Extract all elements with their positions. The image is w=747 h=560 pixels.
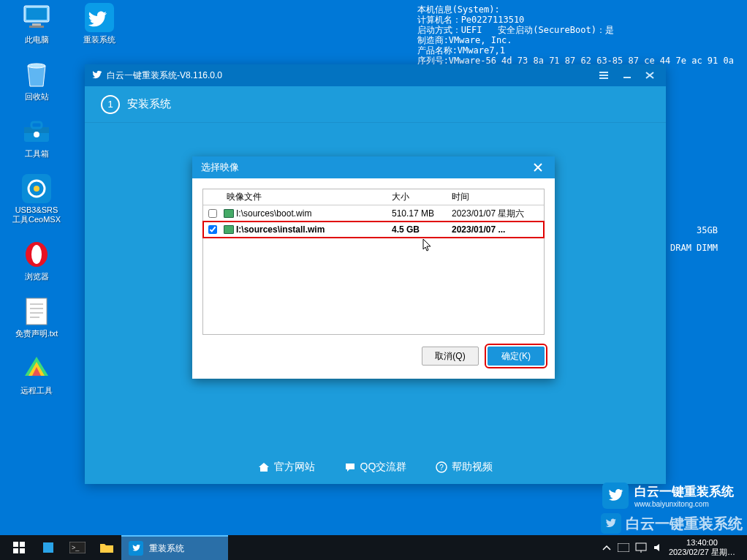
volume-icon[interactable]: [653, 542, 663, 553]
svg-rect-35: [13, 548, 18, 553]
bird-icon: [602, 483, 629, 509]
svg-text:?: ?: [440, 463, 444, 472]
gear-cube-icon: [41, 540, 56, 555]
svg-rect-8: [31, 122, 42, 128]
hw-info-dimm: n DRAM DIMM: [660, 243, 718, 253]
hw-info-size: 35GB: [697, 225, 718, 235]
opera-icon: [22, 240, 51, 269]
wim-file-icon: [224, 225, 234, 234]
windows-icon: [13, 542, 25, 553]
remote-tool-icon: [22, 354, 51, 383]
desktop-icon-browser[interactable]: 浏览器: [10, 240, 63, 282]
txt-file-icon: [22, 297, 51, 326]
svg-rect-15: [26, 298, 47, 325]
step-label: 安装系统: [127, 97, 171, 111]
taskbar-item-cmd[interactable]: >_: [63, 535, 92, 560]
col-header-time: 时间: [452, 191, 544, 203]
table-row[interactable]: I:\sources\install.wim 4.5 GB 2023/01/07…: [203, 222, 544, 238]
row-checkbox[interactable]: [208, 209, 217, 218]
taskbar[interactable]: >_ 重装系统 13:40:00 2023/02/27 星期…: [0, 535, 747, 560]
desktop-label: 工具箱: [25, 148, 49, 159]
desktop-icon-usb3[interactable]: USB3&SRS 工具CeoMSX: [10, 174, 63, 225]
bird-app-icon: [85, 3, 114, 32]
desktop-icon-recycle[interactable]: 回收站: [10, 60, 63, 102]
desktop-icon-this-pc[interactable]: 此电脑: [10, 3, 63, 45]
network-icon[interactable]: [635, 542, 647, 553]
desktop-icon-toolbox[interactable]: 工具箱: [10, 117, 63, 159]
minimize-icon[interactable]: [617, 67, 637, 84]
desktop-label: USB3&SRS 工具CeoMSX: [12, 205, 61, 225]
footer-link-help[interactable]: ?帮助视频: [436, 461, 493, 474]
svg-rect-3: [29, 26, 44, 28]
close-icon[interactable]: [530, 159, 546, 175]
svg-point-14: [31, 245, 42, 264]
desktop-label: 浏览器: [25, 271, 49, 282]
select-image-dialog: 选择映像 映像文件 大小 时间 I:\sources\boot.wim 510.…: [192, 156, 555, 379]
close-icon[interactable]: [640, 67, 660, 84]
window-titlebar[interactable]: 白云一键重装系统-V8.116.0.0: [85, 64, 666, 86]
brand-badge: 白云一键重装系统 www.baiyunxitong.com: [602, 483, 734, 509]
file-table: 映像文件 大小 时间 I:\sources\boot.wim 510.17 MB…: [202, 189, 545, 335]
desktop-label: 免责声明.txt: [15, 328, 58, 339]
tray-chevron-up-icon[interactable]: [602, 544, 612, 551]
desktop-label: 重装系统: [83, 34, 115, 45]
taskbar-item-explorer[interactable]: [92, 535, 121, 560]
ok-button[interactable]: 确定(K): [488, 347, 545, 366]
bird-icon: [129, 541, 143, 556]
tray-date: 2023/02/27 星期…: [669, 548, 735, 557]
bird-icon: [91, 69, 102, 81]
home-icon: [258, 462, 270, 472]
desktop-icon-remote[interactable]: 远程工具: [10, 354, 63, 396]
desktop-icon-disclaimer[interactable]: 免责声明.txt: [10, 297, 63, 339]
dialog-titlebar[interactable]: 选择映像: [192, 156, 555, 178]
monitor-icon: [22, 3, 51, 32]
cancel-button[interactable]: 取消(Q): [422, 347, 479, 366]
col-header-file: 映像文件: [222, 191, 392, 203]
svg-rect-33: [13, 542, 18, 547]
brand-title: 白云一键重装系统: [634, 483, 734, 500]
desktop-label: 远程工具: [20, 385, 53, 396]
mouse-cursor-icon: [422, 238, 433, 251]
bird-icon: [601, 513, 621, 534]
footer-link-site[interactable]: 官方网站: [258, 461, 315, 474]
footer-link-qq[interactable]: QQ交流群: [344, 461, 407, 474]
svg-point-5: [28, 64, 45, 68]
help-icon: ?: [436, 461, 447, 473]
desktop-label: 此电脑: [25, 34, 49, 45]
svg-rect-1: [26, 8, 47, 20]
chat-icon: [344, 462, 356, 472]
watermark: 白云一键重装系统: [601, 513, 743, 534]
col-header-size: 大小: [392, 191, 452, 203]
folder-icon: [99, 542, 114, 553]
row-checkbox[interactable]: [208, 225, 217, 234]
svg-rect-43: [636, 543, 646, 550]
svg-rect-36: [20, 548, 25, 553]
taskbar-running-app[interactable]: 重装系统: [121, 535, 228, 560]
desktop-icon-reinstall[interactable]: 重装系统: [73, 3, 126, 45]
svg-rect-37: [43, 542, 53, 553]
usb-tool-icon: [22, 174, 51, 203]
taskbar-item-settings[interactable]: [34, 535, 63, 560]
system-info-text: 本机信息(System): 计算机名：Pe0227113510 启动方式：UEF…: [417, 4, 734, 66]
svg-rect-34: [20, 542, 25, 547]
terminal-icon: >_: [69, 542, 86, 553]
dialog-title: 选择映像: [201, 161, 239, 174]
desktop-label: 回收站: [25, 91, 49, 102]
brand-url: www.baiyunxitong.com: [634, 500, 734, 508]
window-footer: 官方网站 QQ交流群 ?帮助视频: [85, 461, 666, 474]
tray-time: 13:40:00: [669, 538, 735, 548]
keyboard-icon[interactable]: [618, 543, 629, 552]
step-number: 1: [101, 95, 120, 114]
svg-rect-40: [618, 543, 629, 552]
wim-file-icon: [224, 209, 234, 218]
svg-text:>_: >_: [72, 544, 80, 551]
taskbar-app-label: 重装系统: [149, 542, 184, 555]
system-tray[interactable]: 13:40:00 2023/02/27 星期…: [602, 538, 743, 557]
table-row[interactable]: I:\sources\boot.wim 510.17 MB 2023/01/07…: [203, 205, 544, 222]
menu-icon[interactable]: [594, 67, 614, 84]
svg-point-12: [34, 186, 39, 192]
step-bar: 1 安装系统: [85, 86, 666, 123]
svg-rect-2: [32, 23, 41, 26]
start-button[interactable]: [4, 535, 34, 560]
recycle-bin-icon: [22, 60, 51, 89]
